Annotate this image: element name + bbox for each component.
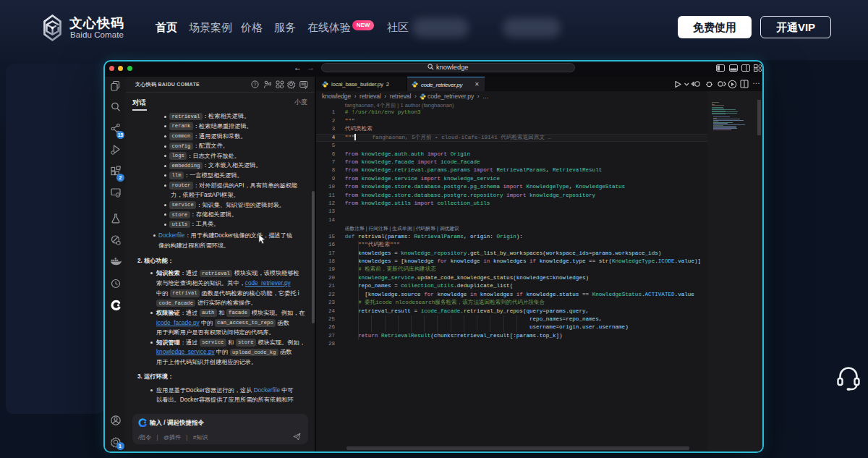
svg-text:?: ? <box>254 81 257 86</box>
